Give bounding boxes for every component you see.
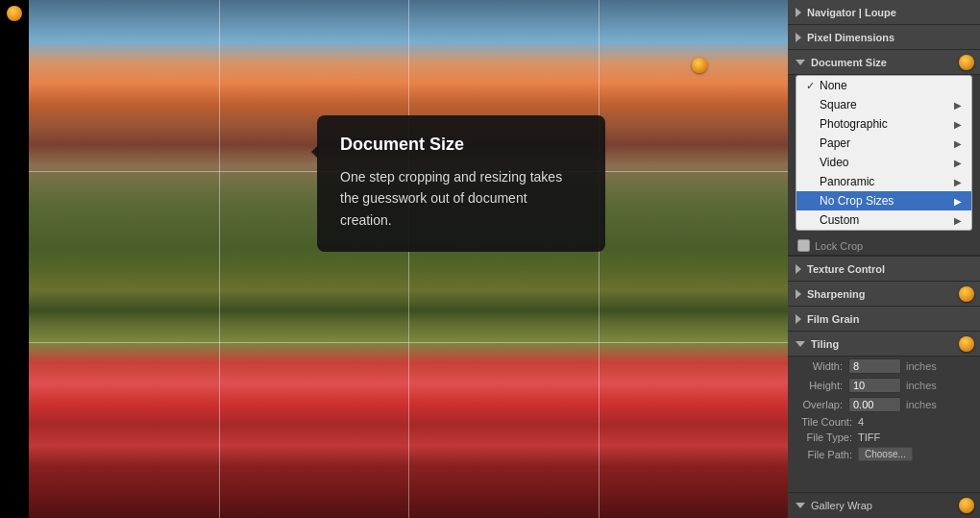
- pixel-dimensions-row[interactable]: Pixel Dimensions: [788, 25, 980, 50]
- dropdown-item-no-crop-sizes[interactable]: No Crop Sizes ▶: [796, 191, 971, 210]
- none-label: None: [820, 79, 962, 92]
- tiling-collapse-icon: [796, 341, 805, 347]
- doc-size-collapse-icon: [796, 60, 805, 65]
- dropdown-item-panoramic[interactable]: Panoramic ▶: [796, 172, 971, 191]
- width-label: Width:: [796, 360, 848, 372]
- square-label: Square: [820, 98, 954, 111]
- nav-collapse-icon: [796, 8, 801, 17]
- sharpening-label: Sharpening: [807, 288, 972, 300]
- dot-gallery-wrap: [959, 498, 974, 513]
- height-row: Height: inches: [788, 376, 980, 395]
- dot-photo-top-right: [692, 58, 707, 73]
- video-label: Video: [820, 156, 954, 169]
- lock-crop-row: Lock Crop: [788, 236, 980, 255]
- panoramic-label: Panoramic: [820, 175, 954, 188]
- width-unit: inches: [906, 360, 937, 372]
- pixel-collapse-icon: [796, 33, 801, 42]
- width-row: Width: inches: [788, 357, 980, 376]
- width-input[interactable]: [848, 358, 901, 374]
- dropdown-item-paper[interactable]: Paper ▶: [796, 134, 971, 153]
- choose-button[interactable]: Choose...: [858, 447, 913, 461]
- overlap-row: Overlap: inches: [788, 395, 980, 414]
- tiling-row[interactable]: Tiling: [788, 332, 980, 357]
- lock-crop-label: Lock Crop: [815, 240, 863, 252]
- gallery-wrap-collapse-icon: [796, 503, 805, 508]
- video-arrow: ▶: [954, 158, 962, 168]
- grid-overlay: [29, 0, 788, 518]
- paper-arrow: ▶: [954, 138, 962, 149]
- dropdown-item-video[interactable]: Video ▶: [796, 153, 971, 172]
- tooltip-title: Document Size: [340, 135, 582, 155]
- custom-label: Custom: [820, 213, 954, 227]
- custom-arrow: ▶: [954, 215, 962, 226]
- height-label: Height:: [796, 380, 848, 391]
- panoramic-arrow: ▶: [954, 177, 962, 187]
- paper-label: Paper: [820, 136, 954, 150]
- dropdown-item-custom[interactable]: Custom ▶: [796, 210, 971, 230]
- left-bar: [0, 0, 29, 518]
- dot-tiling: [959, 336, 974, 352]
- tile-count-label: Tile Count:: [796, 416, 858, 428]
- tile-count-row: Tile Count: 4: [788, 414, 980, 430]
- no-crop-label: No Crop Sizes: [820, 194, 954, 208]
- file-path-row: File Path: Choose...: [788, 445, 980, 463]
- crop-size-dropdown: ✓ None Square ▶ Photographic ▶ Paper ▶ V…: [796, 75, 972, 231]
- tile-count-value: 4: [858, 416, 864, 428]
- dropdown-item-photographic[interactable]: Photographic ▶: [796, 114, 971, 134]
- photographic-label: Photographic: [820, 117, 954, 131]
- right-panel: Navigator | Loupe Pixel Dimensions Docum…: [788, 0, 980, 518]
- overlap-label: Overlap:: [796, 399, 848, 410]
- lock-crop-checkbox[interactable]: [797, 239, 810, 252]
- gallery-wrap-label: Gallery Wrap: [811, 500, 872, 511]
- dot-sharpening: [959, 286, 974, 302]
- tooltip-popup: Document Size One step cropping and resi…: [317, 115, 605, 252]
- dropdown-item-square[interactable]: Square ▶: [796, 95, 971, 114]
- overlap-unit: inches: [906, 399, 937, 410]
- square-arrow: ▶: [954, 100, 962, 111]
- photographic-arrow: ▶: [954, 119, 962, 130]
- height-input[interactable]: [848, 378, 901, 393]
- file-path-label: File Path:: [796, 449, 858, 460]
- navigator-loupe-row[interactable]: Navigator | Loupe: [788, 0, 980, 25]
- sharpening-collapse-icon: [796, 289, 801, 299]
- file-type-label: File Type:: [796, 432, 858, 443]
- tooltip-body: One step cropping and resizing takes the…: [340, 166, 582, 231]
- texture-control-label: Texture Control: [807, 263, 972, 275]
- check-none: ✓: [806, 80, 820, 92]
- film-grain-collapse-icon: [796, 314, 801, 324]
- no-crop-arrow: ▶: [954, 196, 962, 207]
- dot-top-left: [7, 6, 22, 21]
- texture-control-row[interactable]: Texture Control: [788, 257, 980, 282]
- height-unit: inches: [906, 380, 937, 391]
- tiling-label: Tiling: [811, 338, 972, 350]
- file-type-value: TIFF: [858, 432, 880, 443]
- sharpening-row[interactable]: Sharpening: [788, 282, 980, 307]
- file-type-row: File Type: TIFF: [788, 430, 980, 445]
- photo-area: Document Size One step cropping and resi…: [29, 0, 788, 518]
- document-size-label: Document Size: [811, 57, 972, 68]
- texture-collapse-icon: [796, 264, 801, 274]
- gallery-wrap-row[interactable]: Gallery Wrap: [788, 492, 980, 518]
- dot-doc-size: [959, 55, 974, 70]
- dropdown-item-none[interactable]: ✓ None: [796, 76, 971, 95]
- navigator-loupe-label: Navigator | Loupe: [807, 7, 972, 18]
- film-grain-label: Film Grain: [807, 313, 972, 325]
- overlap-input[interactable]: [848, 397, 901, 412]
- film-grain-row[interactable]: Film Grain: [788, 307, 980, 332]
- pixel-dimensions-label: Pixel Dimensions: [807, 32, 972, 43]
- document-size-row[interactable]: Document Size: [788, 50, 980, 75]
